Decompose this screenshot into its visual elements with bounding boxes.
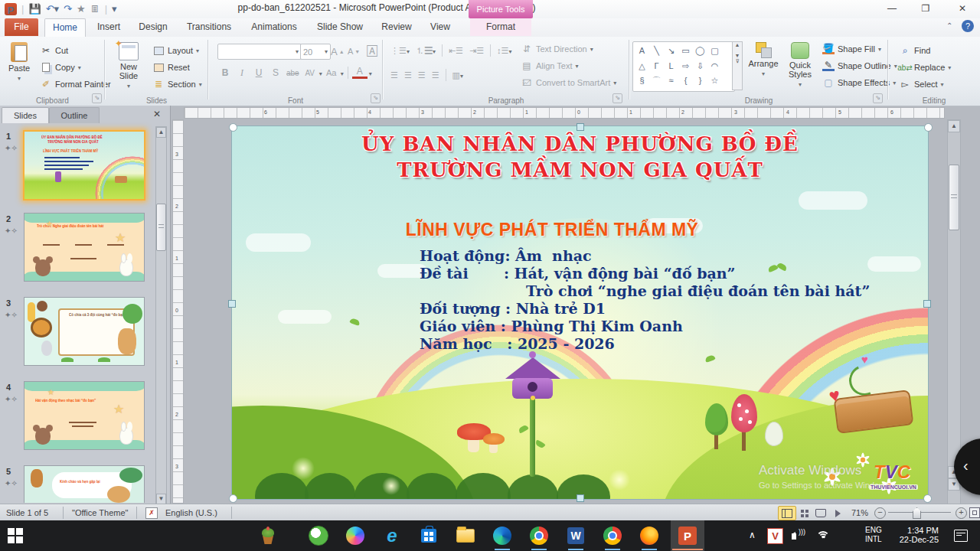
grow-font-button[interactable]: A▲ <box>331 44 345 59</box>
shapes-scroll[interactable]: ▲▼⊽ <box>732 41 743 90</box>
coccoc-browser-icon[interactable] <box>308 525 329 546</box>
spell-check-icon[interactable]: ✗ <box>145 507 158 519</box>
align-right-button[interactable]: ☰ <box>418 70 426 80</box>
font-color-button[interactable]: A <box>352 66 368 79</box>
cut-button[interactable]: ✂Cut <box>40 43 68 58</box>
minimize-button[interactable]: — <box>879 2 905 15</box>
undo-icon[interactable]: ↶▾ <box>46 2 59 17</box>
wifi-icon[interactable] <box>816 531 828 540</box>
powerpoint-app-icon[interactable]: P <box>5 3 17 15</box>
replace-button[interactable]: ab⇄Replace▾ <box>899 60 951 75</box>
zoom-out-button[interactable]: − <box>874 507 886 519</box>
zoom-level[interactable]: 71% <box>851 504 868 521</box>
main-scrollbar[interactable]: ▲ ▲ ▼ <box>947 119 961 505</box>
reset-button[interactable]: Reset <box>152 60 190 75</box>
selection-handle-top-mid[interactable] <box>577 123 584 131</box>
justify-button[interactable]: ☰ <box>432 70 439 80</box>
tab-slide-show[interactable]: Slide Show <box>311 18 369 36</box>
language-bar[interactable]: ENG INTL <box>865 526 882 544</box>
align-text-button[interactable]: ▤Align Text▾ <box>521 58 579 73</box>
font-name-combobox[interactable]: ▾ <box>217 44 302 60</box>
tab-review[interactable]: Review <box>375 18 418 36</box>
line-spacing-button[interactable]: ↕☰▾ <box>497 46 511 56</box>
language-indicator[interactable]: English (U.S.) <box>165 504 217 521</box>
selection-handle-bottom-right[interactable] <box>923 494 932 503</box>
slide-show-button[interactable] <box>828 506 847 520</box>
paragraph-dialog-launcher[interactable]: ⇘ <box>612 93 622 103</box>
animation-star-icon[interactable]: ★ <box>77 2 86 17</box>
fit-to-window-button[interactable] <box>969 507 980 518</box>
selection-handle-mid-right[interactable] <box>923 300 931 308</box>
strikethrough-button[interactable]: abe <box>285 66 301 80</box>
shapes-gallery[interactable]: A╲↘▭◯▢ △ΓL⇨⇩◠ §⌒≈{}☆ <box>632 41 735 92</box>
character-spacing-button[interactable]: AV <box>302 66 318 80</box>
font-dialog-launcher[interactable]: ⇘ <box>371 93 381 103</box>
slide-thumbnail-4[interactable]: Hát vận động theo nhạc bài “đố bạn” ★ ★ <box>24 381 145 450</box>
slide-thumbnail-2[interactable]: Trò chơi: Nghe giai điệu đoán tên bài há… <box>24 213 145 282</box>
slide-thumbnail-1[interactable]: ỦY BAN NHÂN DÂN PHƯỜNG BỒ ĐỀ TRƯỜNG MẦM … <box>23 130 145 201</box>
print-preview-icon[interactable]: 🗏 <box>90 2 100 17</box>
firefox-browser-icon[interactable] <box>639 525 660 546</box>
slide-thumbnail-3[interactable]: Cô chia cả 3 đội cùng hát “đố bạn” <box>24 297 145 366</box>
find-button[interactable]: ⌕Find <box>899 43 930 58</box>
bold-button[interactable]: B <box>217 66 233 80</box>
zoom-slider-thumb[interactable] <box>913 507 921 519</box>
scroll-up-button[interactable]: ▲ <box>948 120 960 132</box>
bullets-button[interactable]: ⋮☰▾ <box>390 46 410 56</box>
layout-button[interactable]: Layout▾ <box>152 43 199 58</box>
word-icon[interactable]: W <box>565 525 586 546</box>
tab-transitions[interactable]: Transitions <box>179 18 239 36</box>
customize-qat-icon[interactable]: ▾ <box>112 2 117 17</box>
tab-insert[interactable]: Insert <box>89 18 129 36</box>
selection-handle-bottom-mid[interactable] <box>577 494 584 502</box>
convert-smartart-button[interactable]: 🗠Convert to SmartArt▾ <box>521 75 616 90</box>
numbering-button[interactable]: ⒈☰▾ <box>416 45 436 57</box>
save-icon[interactable]: 💾 <box>28 2 41 17</box>
text-shadow-button[interactable]: S <box>268 66 283 80</box>
columns-button[interactable]: ▥▾ <box>452 70 463 80</box>
tab-design[interactable]: Design <box>132 18 175 36</box>
italic-button[interactable]: I <box>234 66 250 80</box>
tab-format[interactable]: Format <box>470 18 531 36</box>
help-icon[interactable]: ? <box>962 20 974 32</box>
theme-name[interactable]: "Office Theme" <box>72 504 128 521</box>
slide-thumbnail-5[interactable]: Kính chào và hẹn gặp lại <box>24 465 145 503</box>
panel-scrollbar[interactable]: ▲ ▼ <box>155 126 167 504</box>
slide-canvas[interactable]: ♥ ♥ ỦY BAN NHÂN DÂN PHƯỜNG BỒ ĐỀ TRƯỜNG … <box>232 126 928 499</box>
tab-view[interactable]: View <box>423 18 458 36</box>
change-case-button[interactable]: Aa <box>324 66 339 80</box>
selection-handle-mid-left[interactable] <box>228 300 236 308</box>
shape-outline-button[interactable]: ✎Shape Outline▾ <box>822 58 897 73</box>
font-size-combobox[interactable]: 20▾ <box>300 44 331 60</box>
action-center-icon[interactable] <box>954 530 968 542</box>
shape-fill-button[interactable]: 🪣Shape Fill▾ <box>822 41 881 57</box>
drawing-dialog-launcher[interactable]: ⇘ <box>873 93 883 103</box>
close-panel-icon[interactable]: ✕ <box>153 109 161 119</box>
new-slide-button[interactable]: ✦ New Slide▾ <box>111 41 146 91</box>
text-direction-button[interactable]: ⇵Text Direction▾ <box>521 41 593 57</box>
vietnamese-ime-icon[interactable]: V <box>767 528 783 544</box>
restore-button[interactable]: ❐ <box>913 2 939 15</box>
main-scrollbar-thumb[interactable] <box>949 165 959 230</box>
volume-icon[interactable]: ))) <box>792 530 796 540</box>
tray-show-hidden-icons[interactable]: ∧ <box>749 530 756 540</box>
normal-view-button[interactable] <box>778 506 796 520</box>
close-button[interactable]: ✕ <box>949 2 975 15</box>
zoom-in-button[interactable]: + <box>956 507 967 519</box>
microsoft-store-icon[interactable] <box>418 525 439 546</box>
internet-explorer-icon[interactable]: e <box>381 525 403 546</box>
collapse-ribbon-icon[interactable]: ⌃ <box>946 21 952 30</box>
tab-slides-thumbnails[interactable]: Slides <box>2 107 49 123</box>
tab-home[interactable]: Home <box>44 18 86 37</box>
shape-effects-button[interactable]: ▢Shape Effects▾ <box>822 75 896 90</box>
format-painter-button[interactable]: ✐Format Painter <box>40 77 111 92</box>
selection-handle-bottom-left[interactable] <box>229 494 237 503</box>
underline-button[interactable]: U <box>251 66 266 80</box>
chrome-browser-icon[interactable] <box>528 525 550 546</box>
section-button[interactable]: ≣Section▾ <box>152 77 202 92</box>
redo-icon[interactable]: ↷ <box>64 2 72 17</box>
search-highlight-cupcake-icon[interactable] <box>257 525 279 546</box>
clear-formatting-button[interactable]: 🄰 <box>366 44 378 59</box>
select-button[interactable]: ▻Select▾ <box>899 77 944 92</box>
copilot-icon[interactable] <box>345 525 366 546</box>
